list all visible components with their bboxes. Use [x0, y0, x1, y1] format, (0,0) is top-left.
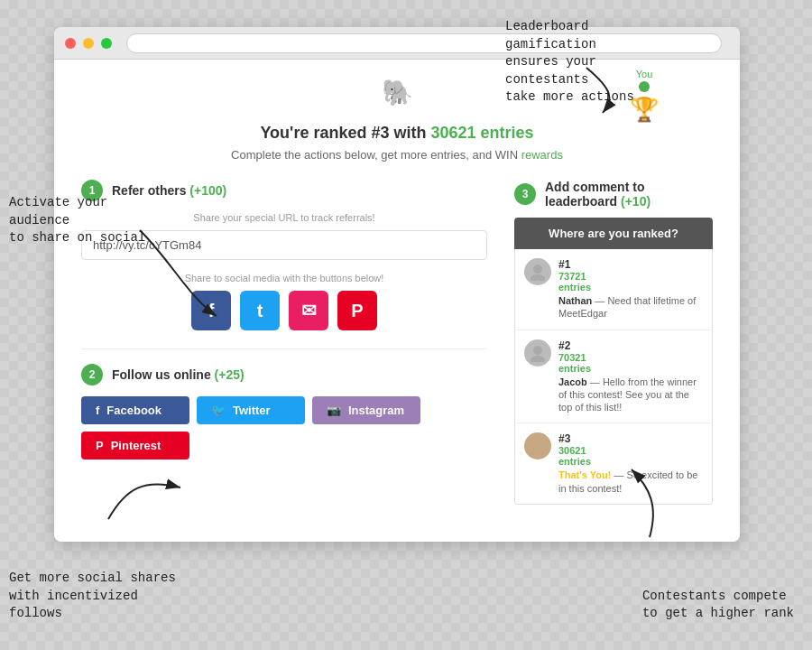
share-social-label: Share to social media with the buttons b… [81, 273, 487, 283]
facebook-share-button[interactable]: f [191, 291, 231, 330]
elephant-icon: 🐘 [382, 78, 413, 107]
svg-point-5 [531, 449, 545, 455]
rank-comment-2: Jacob — Hello from the winner of this co… [558, 376, 703, 414]
close-button[interactable] [65, 38, 76, 49]
pinterest-share-button[interactable]: P [337, 291, 377, 330]
annotation-left: Activate your audienceto share on social [9, 194, 171, 247]
rank-num-2: #2 [558, 339, 703, 352]
rank-text: You're ranked #3 with 30621 entries [81, 124, 713, 143]
right-panel: 3 Add comment to leaderboard (+10) Where… [514, 180, 713, 505]
browser-content: 🐘 You 🏆 You're ranked #3 with 30621 entr… [54, 60, 740, 542]
action-header-right: 3 Add comment to leaderboard (+10) [514, 180, 713, 209]
rank-num-1: #1 [558, 258, 703, 271]
facebook-follow-icon: f [96, 404, 99, 417]
svg-point-1 [531, 274, 545, 281]
avatar-2 [524, 339, 551, 367]
svg-point-3 [531, 356, 545, 362]
pinterest-follow-label: Pinterest [111, 439, 161, 452]
facebook-follow-label: Facebook [106, 404, 161, 417]
annotation-bottom-left: Get more social shareswith incentivized … [9, 570, 189, 623]
leaderboard-list: #1 73721entries Nathan — Need that lifet… [514, 249, 713, 505]
svg-point-0 [533, 265, 542, 274]
action-title-comment: Add comment to leaderboard (+10) [545, 180, 713, 209]
avatar-3 [524, 432, 551, 460]
rank-info-2: #2 70321entries Jacob — Hello from the w… [558, 339, 703, 414]
svg-point-4 [533, 439, 542, 448]
follow-facebook-button[interactable]: f Facebook [81, 396, 189, 424]
leaderboard-item-3: #3 30621entries That's You! — So excited… [515, 423, 712, 504]
step-badge-2: 2 [81, 364, 103, 385]
step-badge-3: 3 [514, 183, 536, 205]
content-wrapper: 1 Refer others (+100) Share your special… [81, 180, 713, 505]
leaderboard-item-2: #2 70321entries Jacob — Hello from the w… [515, 330, 712, 424]
twitter-follow-label: Twitter [233, 404, 271, 417]
rank-info-1: #1 73721entries Nathan — Need that lifet… [558, 258, 703, 320]
rank-entries-3: 30621entries [558, 445, 703, 467]
rank-comment-1: Nathan — Need that lifetime of MeetEdgar [558, 294, 703, 320]
follow-pinterest-button[interactable]: P Pinterest [81, 432, 189, 460]
avatar-1 [524, 258, 551, 285]
minimize-button[interactable] [83, 38, 94, 49]
follow-buttons-container: f Facebook 🐦 Twitter 📷 Instagram P [81, 396, 487, 460]
action-header-follow: 2 Follow us online (+25) [81, 364, 487, 385]
rank-info-3: #3 30621entries That's You! — So excited… [558, 432, 703, 495]
rank-num-3: #3 [558, 432, 703, 445]
twitter-follow-icon: 🐦 [211, 404, 226, 417]
action-section-follow: 2 Follow us online (+25) f Facebook 🐦 Tw… [81, 364, 487, 460]
social-share-buttons: f t ✉ P [81, 291, 487, 330]
pinterest-follow-icon: P [96, 439, 104, 452]
leaderboard-header: Where are you ranked? [514, 218, 713, 249]
rank-comment-3: That's You! — So excited to be in this c… [558, 469, 703, 495]
maximize-button[interactable] [101, 38, 112, 49]
rewards-link[interactable]: rewards [521, 148, 563, 162]
leaderboard-item-1: #1 73721entries Nathan — Need that lifet… [515, 249, 712, 330]
annotation-top-right: Leaderboard gamificationensures your con… [505, 18, 686, 107]
annotation-bottom-right: Contestants competeto get a higher rank [642, 588, 794, 623]
instagram-follow-icon: 📷 [327, 404, 341, 417]
rank-entries-1: 73721entries [558, 271, 703, 292]
follow-twitter-button[interactable]: 🐦 Twitter [197, 396, 305, 424]
rank-entries-2: 70321entries [558, 352, 703, 374]
email-share-button[interactable]: ✉ [289, 291, 328, 330]
svg-point-2 [533, 346, 542, 355]
follow-instagram-button[interactable]: 📷 Instagram [312, 396, 420, 424]
instagram-follow-label: Instagram [348, 404, 404, 417]
divider-1 [81, 348, 487, 349]
sub-text: Complete the actions below, get more ent… [81, 148, 713, 162]
action-title-follow: Follow us online (+25) [112, 367, 245, 382]
twitter-share-button[interactable]: t [240, 291, 280, 330]
